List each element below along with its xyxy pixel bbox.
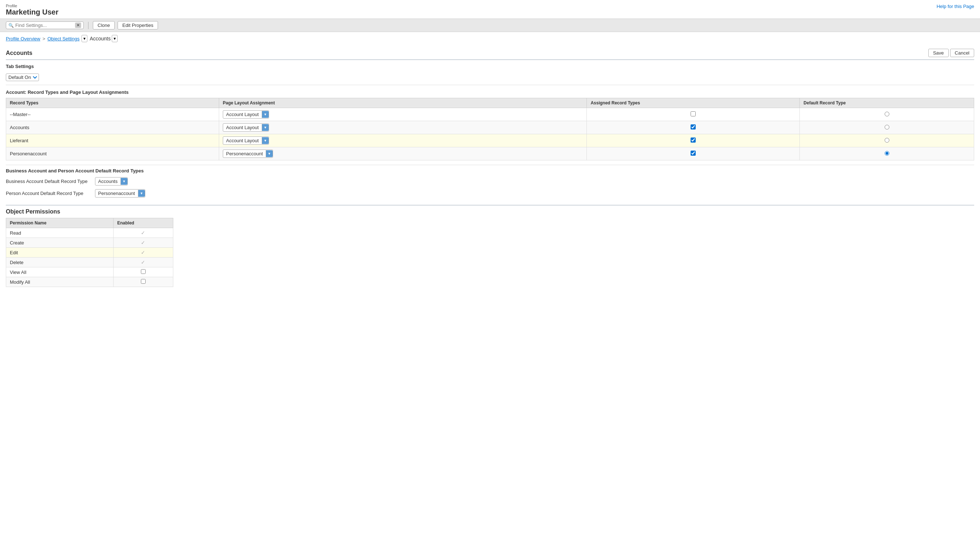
assigned-checkbox[interactable] <box>690 111 696 117</box>
perm-col-name: Permission Name <box>6 218 114 228</box>
search-box: 🔍 ✕ <box>6 21 84 29</box>
clone-button[interactable]: Clone <box>93 21 115 30</box>
layout-dropdown-button[interactable]: ▾ <box>262 111 268 118</box>
default-types-table: Business Account Default Record Type Acc… <box>6 176 149 199</box>
business-default-dropdown[interactable]: ▾ <box>120 178 127 185</box>
page-title: Accounts <box>6 50 32 56</box>
business-default-select-value: Accounts <box>96 177 120 185</box>
default-radio[interactable] <box>884 138 889 143</box>
action-buttons: Save Cancel <box>928 49 974 57</box>
page-layout-cell: Account Layout▾ <box>219 121 586 134</box>
page-layout-cell: Account Layout▾ <box>219 134 586 147</box>
record-type-cell: Personenaccount <box>6 147 219 161</box>
record-type-cell: --Master-- <box>6 108 219 121</box>
business-default-select-wrap: Accounts ▾ <box>95 177 128 185</box>
profile-title: Marketing User <box>6 8 59 16</box>
table-header-row: Record Types Page Layout Assignment Assi… <box>6 98 974 108</box>
cancel-button[interactable]: Cancel <box>950 49 974 57</box>
assigned-cell[interactable] <box>587 121 800 134</box>
default-types-title: Business Account and Person Account Defa… <box>6 168 974 174</box>
assigned-cell[interactable] <box>587 147 800 161</box>
breadcrumb-object-settings[interactable]: Object Settings <box>47 36 79 41</box>
chevron-down-icon-2: ▾ <box>114 36 116 41</box>
perm-name-cell: Edit <box>6 248 114 258</box>
assigned-checkbox[interactable] <box>690 151 696 156</box>
default-record-type-cell[interactable] <box>800 147 974 161</box>
save-button[interactable]: Save <box>928 49 949 57</box>
tab-settings-select[interactable]: Default On <box>6 74 39 81</box>
layout-select-value: Account Layout <box>223 124 262 131</box>
perm-row: Create✓ <box>6 238 173 248</box>
perm-checkbox[interactable] <box>141 279 146 284</box>
layout-select-value: Account Layout <box>223 137 262 144</box>
toolbar: 🔍 ✕ Clone Edit Properties <box>0 18 980 32</box>
search-icon: 🔍 <box>8 23 14 28</box>
breadcrumb-current: Accounts ▾ <box>89 35 118 42</box>
perm-row: Delete✓ <box>6 258 173 268</box>
default-record-type-cell[interactable] <box>800 108 974 121</box>
toolbar-divider <box>88 22 89 29</box>
perm-row: View All <box>6 268 173 277</box>
layout-select-wrap: Account Layout▾ <box>223 136 269 145</box>
top-bar: Profile Marketing User Help for this Pag… <box>0 0 980 18</box>
accounts-dropdown[interactable]: ▾ <box>112 35 118 42</box>
default-radio[interactable] <box>884 151 889 156</box>
perm-name-cell: Create <box>6 238 114 248</box>
layout-dropdown-button[interactable]: ▾ <box>262 137 268 144</box>
breadcrumb-sep1: > <box>43 36 46 41</box>
help-link[interactable]: Help for this Page <box>937 3 974 9</box>
business-default-row: Business Account Default Record Type Acc… <box>6 176 149 187</box>
breadcrumb: Profile Overview > Object Settings ▾ Acc… <box>0 32 980 45</box>
person-default-label: Person Account Default Record Type <box>6 187 95 199</box>
layout-dropdown-button[interactable]: ▾ <box>266 150 273 157</box>
object-settings-dropdown[interactable]: ▾ <box>82 35 87 42</box>
layout-select-wrap: Account Layout▾ <box>223 110 269 118</box>
col-header-assigned: Assigned Record Types <box>587 98 800 108</box>
tab-settings-section: Tab Settings Default On <box>6 64 974 85</box>
default-record-type-cell[interactable] <box>800 134 974 147</box>
col-header-default: Default Record Type <box>800 98 974 108</box>
section-header: Accounts Save Cancel <box>6 45 974 60</box>
breadcrumb-current-label: Accounts <box>89 36 111 41</box>
edit-properties-button[interactable]: Edit Properties <box>118 21 158 30</box>
default-record-type-cell[interactable] <box>800 121 974 134</box>
assigned-cell[interactable] <box>587 134 800 147</box>
perm-checkbox[interactable] <box>141 269 146 274</box>
perm-row: Read✓ <box>6 228 173 238</box>
default-radio[interactable] <box>884 125 889 130</box>
assigned-cell[interactable] <box>587 108 800 121</box>
default-types-section: Business Account and Person Account Defa… <box>6 165 974 199</box>
perm-name-cell: Delete <box>6 258 114 268</box>
record-type-cell: Accounts <box>6 121 219 134</box>
perm-enabled-cell: ✓ <box>113 228 173 238</box>
perm-name-cell: Read <box>6 228 114 238</box>
breadcrumb-profile-overview[interactable]: Profile Overview <box>6 36 40 41</box>
assigned-checkbox[interactable] <box>690 125 696 130</box>
perm-row: Edit✓ <box>6 248 173 258</box>
table-row: --Master--Account Layout▾ <box>6 108 974 121</box>
permissions-section: Object Permissions Permission Name Enabl… <box>6 205 974 287</box>
person-default-select-value: Personenaccount <box>96 190 138 197</box>
perm-name-cell: Modify All <box>6 277 114 287</box>
person-default-dropdown[interactable]: ▾ <box>138 190 145 197</box>
person-default-select-wrap: Personenaccount ▾ <box>95 189 145 197</box>
layout-select-wrap: Account Layout▾ <box>223 123 269 132</box>
profile-info: Profile Marketing User <box>6 3 59 16</box>
chevron-down-icon: ▾ <box>83 36 86 41</box>
assigned-checkbox[interactable] <box>690 138 696 143</box>
perm-row: Modify All <box>6 277 173 287</box>
perm-enabled-cell: ✓ <box>113 248 173 258</box>
permissions-table: Permission Name Enabled Read✓Create✓Edit… <box>6 218 173 287</box>
default-radio[interactable] <box>884 112 889 117</box>
record-type-cell: Lieferant <box>6 134 219 147</box>
layout-dropdown-button[interactable]: ▾ <box>262 124 268 131</box>
record-types-title: Account: Record Types and Page Layout As… <box>6 89 974 95</box>
record-types-section: Account: Record Types and Page Layout As… <box>6 89 974 161</box>
search-clear-button[interactable]: ✕ <box>75 23 81 28</box>
tab-settings-title: Tab Settings <box>6 64 974 69</box>
search-input[interactable] <box>15 23 74 28</box>
layout-select-wrap: Personenaccount▾ <box>223 149 273 158</box>
col-header-record-types: Record Types <box>6 98 219 108</box>
page-layout-cell: Account Layout▾ <box>219 108 586 121</box>
table-row: PersonenaccountPersonenaccount▾ <box>6 147 974 161</box>
